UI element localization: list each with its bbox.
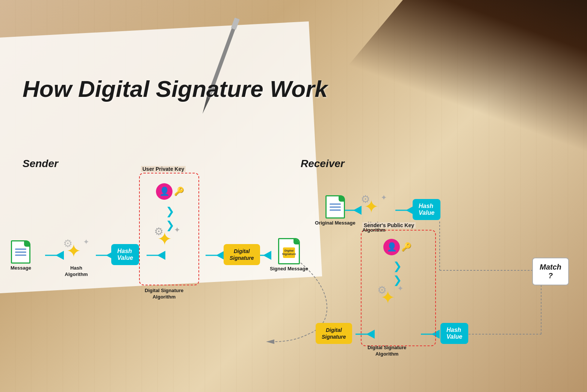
hash-value-recv-bottom-box: HashValue — [440, 323, 468, 344]
hash-value-sender-box: HashValue — [111, 244, 139, 265]
hash-value-recv-bottom-text: HashValue — [446, 327, 462, 340]
digital-sig-sender-text: DigitalSignature — [230, 248, 254, 261]
message-label: Message — [11, 265, 31, 271]
person-key-receiver: 👤 🔑 ❯ ❯ — [383, 239, 412, 286]
message-doc-icon — [11, 240, 30, 264]
receiver-label: Receiver — [301, 158, 345, 170]
doc-line-2 — [15, 252, 26, 253]
hash-cluster-inside-receiver: ⚙ ✦ ✦ — [377, 284, 404, 310]
hash-value-receiver-top-node: HashValue — [413, 199, 440, 220]
hash-value-receiver-bottom-node: HashValue — [440, 323, 468, 344]
star-recv-box-icon: ✦ — [397, 284, 404, 293]
orig-doc-line-3 — [330, 210, 341, 211]
person-key-sender: 👤 🔑 ❯ ❯ — [156, 183, 184, 231]
key-icon-receiver: 🔑 — [401, 242, 412, 252]
original-message-doc-icon — [325, 195, 345, 219]
match-box-element: Match ? — [532, 258, 569, 285]
sender-label: Sender — [23, 158, 58, 170]
dig-sig-algo-receiver-label: Digital SignatureAlgorithm — [368, 345, 406, 357]
hash-value-recv-top-box: HashValue — [413, 199, 440, 220]
dig-sig-algo-label: Digital SignatureAlgorithm — [145, 288, 183, 300]
orig-doc-line-2 — [330, 207, 341, 208]
original-message-label: Original Message — [315, 220, 356, 226]
hash-cluster-sender: ⚙ ✦ ✦ — [63, 237, 89, 264]
digital-sig-sender-box: DigitalSignature — [224, 244, 260, 265]
hash-cluster-inside-sender: ⚙ ✦ ✦ — [154, 225, 180, 252]
hash-algo-sender-node: ⚙ ✦ ✦ HashAlgorithm — [63, 237, 89, 278]
star-recv-top-icon: ✦ — [381, 193, 387, 202]
svg-rect-3 — [231, 18, 239, 30]
main-title: How Digital Signature Work — [23, 75, 328, 103]
digital-signature-sender-node: DigitalSignature — [224, 244, 260, 265]
chevron-1-receiver: ❯ — [393, 260, 402, 272]
orig-doc-line-1 — [330, 204, 341, 205]
message-node: Message — [11, 240, 31, 271]
digital-sig-receiver-text: DigitalSignature — [322, 327, 346, 340]
digital-signature-receiver-node: DigitalSignature — [316, 323, 352, 344]
key-icon-sender: 🔑 — [174, 187, 184, 196]
hash-cluster-receiver-top: ⚙ ✦ ✦ — [361, 193, 387, 219]
hash-value-recv-top-text: HashValue — [419, 203, 434, 216]
star-sender-icon: ✦ — [83, 237, 89, 246]
signed-doc-icon: DigitalSignature — [278, 238, 300, 264]
person-icon-sender: 👤 — [156, 183, 172, 200]
doc-line-3 — [15, 255, 26, 256]
signed-message-label: Signed Message — [270, 266, 308, 272]
doc-line-1 — [15, 249, 26, 250]
original-message-node: Original Message — [315, 195, 356, 226]
hash-value-sender-text: HashValue — [117, 248, 133, 261]
match-text: Match ? — [540, 263, 561, 280]
gear-big-recv-box-icon: ✦ — [380, 287, 395, 308]
signed-doc-inner: DigitalSignature — [283, 247, 295, 258]
signed-message-node: DigitalSignature Signed Message — [270, 238, 308, 272]
match-node: Match ? — [532, 258, 569, 285]
user-private-key-label: User Private Key — [141, 166, 186, 172]
hash-value-sender-node: HashValue — [111, 244, 139, 265]
digital-sig-receiver-box: DigitalSignature — [316, 323, 352, 344]
gear-big-sender-icon: ✦ — [66, 240, 81, 261]
gear-big-recv-top-icon: ✦ — [364, 196, 379, 217]
person-icon-receiver: 👤 — [383, 239, 400, 255]
hash-algo-sender-label: HashAlgorithm — [65, 265, 88, 278]
chevron-1-sender: ❯ — [166, 205, 174, 217]
senders-public-key-label: Sender's Public Key — [362, 222, 416, 228]
